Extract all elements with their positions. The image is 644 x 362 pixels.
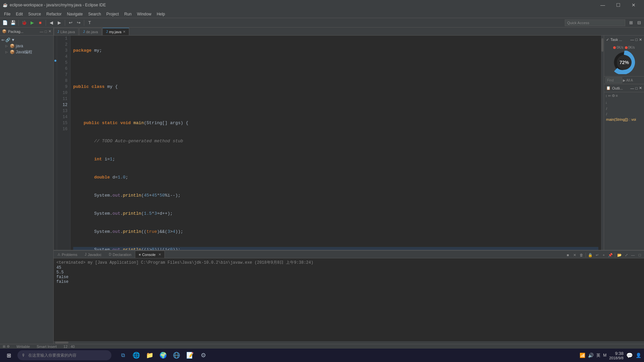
- people-icon[interactable]: 👤: [636, 353, 641, 358]
- cursor-pos-status: 12 : 40: [63, 345, 75, 349]
- line-num-6: 6: [60, 66, 67, 72]
- tab-label3: my.java: [109, 30, 121, 34]
- outline-sync-icon[interactable]: ↕: [605, 94, 607, 98]
- ie-btn[interactable]: 🌍: [157, 349, 169, 361]
- word-btn[interactable]: 📝: [184, 349, 196, 361]
- quick-access-box[interactable]: Quick Access: [565, 19, 625, 26]
- tree-toolbar: ⇐ 🔗 ▼: [0, 37, 53, 43]
- link-editor-icon[interactable]: 🔗: [5, 38, 10, 42]
- clear-console-btn[interactable]: 🗑: [578, 252, 584, 258]
- tree-menu-icon[interactable]: ▼: [11, 38, 15, 42]
- maximize-btn[interactable]: ☐: [610, 0, 626, 10]
- prev-edit-btn[interactable]: ↩: [67, 19, 74, 27]
- clock-date: 2018/9/8: [609, 356, 624, 360]
- task-minimize-icon[interactable]: —: [630, 38, 634, 42]
- minimize-view-btn[interactable]: —: [630, 252, 636, 258]
- bottom-hscroll-thumb[interactable]: [55, 342, 68, 344]
- new-console-btn[interactable]: +: [601, 252, 607, 258]
- tab-my-java[interactable]: J my.java ✕: [102, 28, 129, 35]
- word-wrap-btn[interactable]: ↵: [594, 252, 600, 258]
- tab-problems[interactable]: ⚠ Problems: [54, 251, 81, 258]
- scroll-lock-btn[interactable]: 🔒: [587, 252, 593, 258]
- close-btn[interactable]: ✕: [626, 0, 641, 10]
- editor-vscroll-thumb[interactable]: [601, 38, 603, 52]
- outline-collapse-icon[interactable]: ⇐: [608, 94, 611, 98]
- collapse-all-icon[interactable]: ⇐: [1, 38, 5, 42]
- outline-toolbar: ↕ ⇐ ⚙ ≡: [604, 92, 644, 99]
- task-maximize-icon[interactable]: □: [635, 38, 638, 42]
- next-edit-btn[interactable]: ↪: [75, 19, 82, 27]
- outline-method-line[interactable]: main(String[]) : voi: [606, 117, 642, 123]
- new-btn[interactable]: 📄: [1, 19, 9, 27]
- open-file-btn[interactable]: 📂: [616, 252, 623, 258]
- tree-item-java[interactable]: ▷ 📦 java: [0, 43, 53, 49]
- close-panel-btn[interactable]: ✕: [48, 29, 51, 34]
- outline-close-icon[interactable]: ✕: [639, 86, 642, 90]
- forward-btn[interactable]: ▶: [56, 19, 63, 27]
- terminate-btn[interactable]: ■: [565, 252, 571, 258]
- tab-de-java[interactable]: J de.java: [79, 28, 101, 35]
- menu-refactor[interactable]: Refactor: [44, 11, 64, 17]
- tab-close-icon[interactable]: ✕: [123, 30, 126, 34]
- back-btn[interactable]: ◀: [48, 19, 55, 27]
- minimize-btn[interactable]: —: [595, 0, 610, 10]
- tab-javadoc[interactable]: J Javadoc: [81, 251, 105, 258]
- eclipse-btn[interactable]: [170, 349, 183, 361]
- task-close-icon[interactable]: ✕: [639, 38, 642, 42]
- settings-btn[interactable]: ⚙: [197, 349, 209, 361]
- stop-btn[interactable]: ■: [37, 19, 44, 27]
- view-btn[interactable]: ⊟: [635, 19, 643, 27]
- save-btn[interactable]: 💾: [9, 19, 17, 27]
- tab-console[interactable]: ■ Console ✕: [135, 251, 164, 258]
- menu-edit[interactable]: Edit: [13, 11, 26, 17]
- tab-like-java[interactable]: J Like.java: [54, 28, 79, 35]
- remove-launch-btn[interactable]: ✕: [572, 252, 578, 258]
- bottom-hscroll[interactable]: [54, 341, 644, 344]
- taskview-btn[interactable]: ⧉: [117, 349, 129, 361]
- edge-btn[interactable]: 🌐: [130, 349, 142, 361]
- taskbar-search-box[interactable]: 🎙 在这里输入你要搜索的内容: [17, 350, 111, 360]
- minimize-panel-btn[interactable]: —: [40, 30, 43, 34]
- outline-sort-icon[interactable]: ≡: [616, 94, 618, 98]
- menu-run[interactable]: Run: [121, 11, 134, 17]
- console-terminated-line: <terminated> my [Java Application] C:\Pr…: [56, 260, 641, 265]
- menu-file[interactable]: File: [1, 11, 13, 17]
- menu-search[interactable]: Search: [86, 11, 104, 17]
- maximize-view-btn[interactable]: □: [637, 252, 643, 258]
- explorer-btn[interactable]: 📁: [144, 349, 156, 361]
- menu-project[interactable]: Project: [104, 11, 121, 17]
- perspective-btn[interactable]: ⊞: [627, 19, 635, 27]
- code-content[interactable]: package my; public class my { public sta…: [70, 36, 601, 250]
- line-num-9: 9: [60, 84, 67, 90]
- debug-btn[interactable]: 🐞: [20, 19, 28, 27]
- run-btn[interactable]: ▶: [29, 19, 36, 27]
- expand-view-btn[interactable]: ⤢: [623, 252, 629, 258]
- maximize-panel-btn[interactable]: □: [45, 30, 47, 34]
- clock-time: 9:38: [609, 351, 624, 356]
- outline-maximize-icon[interactable]: □: [635, 86, 638, 90]
- outline-filter-icon[interactable]: ⚙: [612, 94, 615, 98]
- menu-help[interactable]: Help: [154, 11, 168, 17]
- editor-vscroll[interactable]: [601, 36, 604, 250]
- notification-icon[interactable]: 💬: [626, 352, 633, 359]
- tab-declaration[interactable]: D Declaration: [105, 251, 135, 258]
- console-layout: <terminated> my [Java Application] C:\Pr…: [54, 258, 644, 341]
- line-num-5: 5: [60, 60, 67, 66]
- find-input[interactable]: [605, 77, 622, 83]
- tree-item-java-programming[interactable]: ▷ 📦 Java编程: [0, 49, 53, 55]
- menu-window[interactable]: Window: [134, 11, 154, 17]
- open-type-btn[interactable]: T: [86, 19, 93, 27]
- line-num-11: 11: [60, 96, 67, 102]
- find-options-label: A: [631, 79, 633, 82]
- problems-icon: ⚠: [57, 253, 60, 256]
- menu-source[interactable]: Source: [26, 11, 44, 17]
- code-line-10: System.out.println(1.5*3+d++);: [73, 211, 598, 217]
- windows-start-btn[interactable]: ⊞: [3, 349, 15, 361]
- outline-minimize-icon[interactable]: —: [630, 86, 634, 90]
- pin-console-btn[interactable]: 📌: [607, 252, 613, 258]
- menu-navigate[interactable]: Navigate: [64, 11, 85, 17]
- console-close-icon[interactable]: ✕: [158, 253, 161, 256]
- code-editor[interactable]: 1 2 3 4 5 6 7 8 9 10 11 12 13 14: [54, 36, 604, 250]
- find-arrow-icon[interactable]: ▶: [623, 79, 626, 82]
- line-num-4: 4: [60, 54, 67, 60]
